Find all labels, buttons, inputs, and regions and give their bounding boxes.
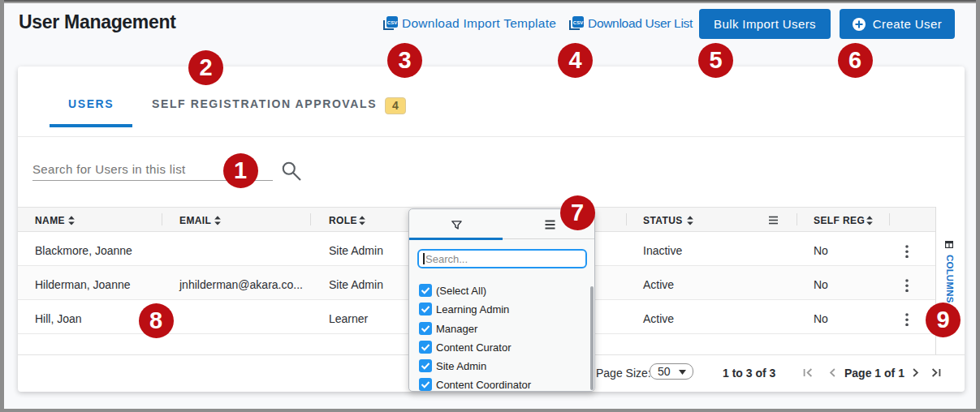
svg-text:CSV: CSV <box>573 20 583 25</box>
svg-text:CSV: CSV <box>387 20 397 25</box>
